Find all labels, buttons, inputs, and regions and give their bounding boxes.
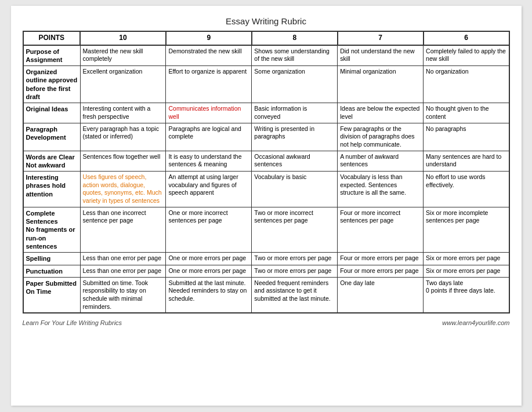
category-cell: Purpose of Assignment <box>23 45 81 66</box>
score-cell: One or more errors per page <box>166 253 252 265</box>
score-cell: No thought given to the content <box>424 103 509 123</box>
header-9: 9 <box>166 31 252 45</box>
score-cell: Did not understand the new skill <box>338 45 424 66</box>
score-cell: Communicates information well <box>166 103 252 123</box>
score-cell: No effort to use words effectively. <box>424 172 509 207</box>
footer-right: www.learn4yourlife.com <box>442 319 509 326</box>
score-cell: Two or more incorrect sentences per page <box>252 207 338 252</box>
category-cell: Original Ideas <box>23 103 81 123</box>
score-cell: Demonstrated the new skill <box>166 45 252 66</box>
score-cell: Shows some understanding of the new skil… <box>252 45 338 66</box>
table-row: PunctuationLess than one error per pageO… <box>23 265 509 277</box>
score-cell: Excellent organization <box>80 66 166 103</box>
score-cell: Submitted on time. Took responsibility t… <box>80 277 166 313</box>
score-cell: Six or more incomplete sentences per pag… <box>424 207 509 252</box>
header-points: POINTS <box>23 31 81 45</box>
footer-left: Learn For Your Life Writing Rubrics <box>23 319 122 326</box>
score-cell: Some organization <box>252 66 338 103</box>
category-cell: Complete SentencesNo fragments or run-on… <box>23 207 81 252</box>
score-cell: One or more incorrect sentences per page <box>166 207 252 252</box>
score-cell: Minimal organization <box>338 66 424 103</box>
score-cell: It is easy to understand the sentences &… <box>166 151 252 172</box>
score-cell: Six or more errors per page <box>424 265 509 277</box>
score-cell: Ideas are below the expected level <box>338 103 424 123</box>
score-cell: Four or more errors per page <box>338 265 424 277</box>
score-cell: Submitted at the last minute. Needed rem… <box>166 277 252 313</box>
table-row: Paragraph DevelopmentEvery paragraph has… <box>23 123 509 151</box>
table-row: Words are Clear Not awkwardSentences flo… <box>23 151 509 172</box>
footer: Learn For Your Life Writing Rubrics www.… <box>23 319 510 326</box>
category-cell: Organized outline approved before the fi… <box>23 66 81 103</box>
score-cell: One day late <box>338 277 424 313</box>
score-cell: Needed frequent reminders and assistance… <box>252 277 338 313</box>
score-cell: Completely failed to apply the new skill <box>424 45 509 66</box>
score-cell: Uses figures of speech, action words, di… <box>80 172 166 207</box>
header-6: 6 <box>424 31 509 45</box>
table-row: Complete SentencesNo fragments or run-on… <box>23 207 509 252</box>
table-row: Paper Submitted On TimeSubmitted on time… <box>23 277 509 313</box>
score-cell: An attempt at using larger vocabulary an… <box>166 172 252 207</box>
rubric-page: Essay Writing Rubric POINTS 10 9 8 7 6 P… <box>11 6 522 406</box>
rubric-table: POINTS 10 9 8 7 6 Purpose of AssignmentM… <box>23 31 510 313</box>
header-10: 10 <box>80 31 166 45</box>
category-cell: Spelling <box>23 253 81 265</box>
score-cell: Vocabulary is less than expected. Senten… <box>338 172 424 207</box>
table-row: Purpose of AssignmentMastered the new sk… <box>23 45 509 66</box>
category-cell: Interesting phrases hold attention <box>23 172 81 207</box>
score-cell: Four or more incorrect sentences per pag… <box>338 207 424 252</box>
header-row: POINTS 10 9 8 7 6 <box>23 31 509 45</box>
score-cell: Writing is presented in paragraphs <box>252 123 338 151</box>
score-cell: One or more errors per page <box>166 265 252 277</box>
page-title: Essay Writing Rubric <box>23 16 510 26</box>
table-row: Original IdeasInteresting content with a… <box>23 103 509 123</box>
score-cell: Effort to organize is apparent <box>166 66 252 103</box>
score-cell: Sentences flow together well <box>80 151 166 172</box>
header-7: 7 <box>338 31 424 45</box>
score-cell: Few paragraphs or the division of paragr… <box>338 123 424 151</box>
category-cell: Punctuation <box>23 265 81 277</box>
score-cell: Paragraphs are logical and complete <box>166 123 252 151</box>
score-cell: Mastered the new skill completely <box>80 45 166 66</box>
score-cell: Basic information is conveyed <box>252 103 338 123</box>
score-cell: A number of awkward sentences <box>338 151 424 172</box>
score-cell: Six or more errors per page <box>424 253 509 265</box>
score-cell: No paragraphs <box>424 123 509 151</box>
category-cell: Words are Clear Not awkward <box>23 151 81 172</box>
category-cell: Paper Submitted On Time <box>23 277 81 313</box>
score-cell: Two or more errors per page <box>252 265 338 277</box>
score-cell: Occasional awkward sentences <box>252 151 338 172</box>
table-row: Interesting phrases hold attentionUses f… <box>23 172 509 207</box>
score-cell: Less than one error per page <box>80 265 166 277</box>
score-cell: Vocabulary is basic <box>252 172 338 207</box>
score-cell: Less than one incorrect sentence per pag… <box>80 207 166 252</box>
score-cell: Four or more errors per page <box>338 253 424 265</box>
score-cell: Less than one error per page <box>80 253 166 265</box>
table-row: Organized outline approved before the fi… <box>23 66 509 103</box>
category-cell: Paragraph Development <box>23 123 81 151</box>
score-cell: Every paragraph has a topic (stated or i… <box>80 123 166 151</box>
score-cell: No organization <box>424 66 509 103</box>
table-row: SpellingLess than one error per pageOne … <box>23 253 509 265</box>
score-cell: Many sentences are hard to understand <box>424 151 509 172</box>
score-cell: Two or more errors per page <box>252 253 338 265</box>
header-8: 8 <box>252 31 338 45</box>
score-cell: Interesting content with a fresh perspec… <box>80 103 166 123</box>
score-cell: Two days late0 points if three days late… <box>424 277 509 313</box>
